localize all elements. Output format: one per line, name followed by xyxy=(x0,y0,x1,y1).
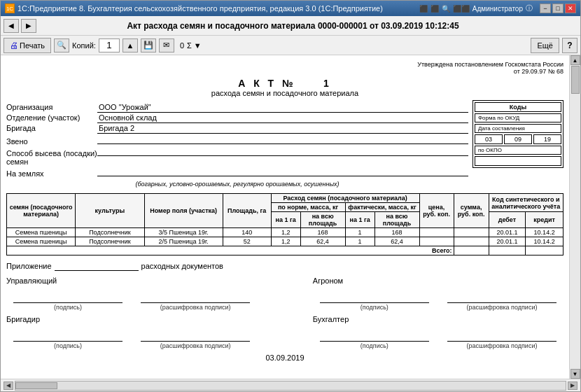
main-table: семян (посадочного материала) культуры Н… xyxy=(6,193,564,255)
agronomist-rasshifrovka-line xyxy=(447,293,556,303)
help-button[interactable]: ? xyxy=(562,38,578,53)
sig-agronomist: Агроном (подпись) (расшифровка подписи) xyxy=(313,276,564,311)
cell-ploshad-0: 140 xyxy=(223,228,271,237)
forward-button[interactable]: ▶ xyxy=(21,19,36,33)
act-title-main: А К Т № 1 xyxy=(6,78,564,89)
cell-debet-1: 20.01.1 xyxy=(489,237,526,246)
col-name2-header: культуры xyxy=(76,194,144,228)
norm-na1ga-header: на 1 га xyxy=(271,212,300,228)
cell-fakt1ga-0: 1 xyxy=(345,228,374,237)
app-icon: 1С xyxy=(5,4,15,13)
cell-name1-1: Семена пшеницы xyxy=(7,237,76,246)
rashod-header: Расход семян (посадочного материала) xyxy=(271,194,419,203)
scroll-track xyxy=(570,65,580,369)
scroll-up-button[interactable]: ▲ xyxy=(570,55,580,65)
sigma-label: Σ ▼ xyxy=(187,41,202,50)
back-button[interactable]: ◀ xyxy=(4,19,19,33)
cell-name2-0: Подсолнечник xyxy=(76,228,144,237)
doc-toolbar: ◀ ▶ Акт расхода семян и посадочного мате… xyxy=(1,16,580,36)
total-summa xyxy=(454,246,489,255)
buxgalter-podpis-line xyxy=(320,332,429,342)
scroll-left-button[interactable]: ◀ xyxy=(4,382,13,390)
horizontal-scroll-thumb[interactable] xyxy=(15,382,57,389)
agronomist-podpis-line xyxy=(320,293,429,303)
org-section: Организация ООО "Урожай" Отделение (учас… xyxy=(6,100,468,189)
faktich-header: фактически, масса, кг xyxy=(345,203,419,212)
col-ploshad-header: Площадь, га xyxy=(223,194,271,228)
nav-icon2: ⬛ xyxy=(430,5,439,13)
date-label: Дата составления xyxy=(475,124,561,133)
cell-name2-1: Подсолнечник xyxy=(76,237,144,246)
print-button[interactable]: 🖨 Печать xyxy=(4,38,51,53)
copies-up[interactable]: ▲ xyxy=(122,38,138,52)
prilozhenie-row: Приложение расходных документов xyxy=(6,261,564,271)
prilozhenie-line xyxy=(55,261,139,271)
vertical-scrollbar[interactable]: ▲ ▼ xyxy=(569,55,580,379)
nav-icon1: ⬛ xyxy=(419,5,428,13)
po-norme-header: по норме, масса, кг xyxy=(271,203,345,212)
scroll-down-button[interactable]: ▼ xyxy=(570,369,580,379)
okpo-row: по ОКПО xyxy=(475,146,561,155)
action-bar: 🖨 Печать 🔍 Копий: ▲ 💾 ✉ 0 Σ ▼ Ещё ? xyxy=(1,36,580,55)
upravlyayushiy-rasshifrovka-line xyxy=(141,293,250,303)
norm-navsu-header: на всю площадь xyxy=(300,212,345,228)
preview-button[interactable]: 🔍 xyxy=(54,38,69,52)
printer-icon: 🖨 xyxy=(10,41,18,50)
sig-row-2: Бригадир (подпись) (расшифровка подписи) xyxy=(6,315,564,349)
minimize-button[interactable]: − xyxy=(540,4,551,13)
cell-norm1ga-0: 1,2 xyxy=(271,228,300,237)
copies-input[interactable] xyxy=(99,38,120,52)
save-button[interactable]: 💾 xyxy=(141,38,156,52)
eshche-button[interactable]: Ещё xyxy=(531,38,559,53)
close-button[interactable]: ✕ xyxy=(565,4,576,13)
cell-name1-0: Семена пшеницы xyxy=(7,228,76,237)
fakt-navsu-header: на всю площадь xyxy=(374,212,419,228)
search-icon: 🔍 xyxy=(442,5,450,13)
sig-brigadir: Бригадир (подпись) (расшифровка подписи) xyxy=(6,315,257,349)
cell-tsena-0 xyxy=(419,228,454,237)
col-summa-header: сумма, руб. коп. xyxy=(454,194,489,228)
debet-header: дебет xyxy=(489,212,526,228)
top-section: Организация ООО "Урожай" Отделение (учас… xyxy=(6,100,564,189)
codes-section: Коды Форма по ОКУД Дата составления 03 xyxy=(472,100,564,189)
scroll-thumb[interactable] xyxy=(571,66,580,94)
act-title: А К Т № 1 расхода семян и посадочного ма… xyxy=(6,78,564,97)
date-footer: 03.09.2019 xyxy=(6,354,564,362)
cell-norm1ga-1: 1,2 xyxy=(271,237,300,246)
col-pole-header: Номер поля (участка) xyxy=(144,194,223,228)
org-row-zveno: Звено xyxy=(6,134,468,146)
kredit-header: кредит xyxy=(526,212,564,228)
cell-debet-0: 20.01.1 xyxy=(489,228,526,237)
nav-icon3: ⬛⬛ xyxy=(453,5,470,13)
cell-kredit-1: 10.14.2 xyxy=(526,237,564,246)
bottom-bar: ◀ ▶ xyxy=(1,379,580,391)
sig-row-1: Управляющий (подпись) (расшифровка подпи… xyxy=(6,276,564,311)
org-row-org: Организация ООО "Урожай" xyxy=(6,103,468,113)
title-bar-controls: ⬛ ⬛ 🔍 ⬛⬛ Администратор ⓘ − □ ✕ xyxy=(419,4,576,13)
cell-summa-0 xyxy=(454,228,489,237)
horizontal-scrollbar[interactable] xyxy=(15,381,566,391)
col-tsena-header: цена, руб. коп. xyxy=(419,194,454,228)
table-row: Семена пшеницы Подсолнечник 2/5 Пшеница … xyxy=(7,237,564,246)
maximize-button[interactable]: □ xyxy=(552,4,564,13)
kod-header: Код синтетического и аналитического учёт… xyxy=(489,194,563,212)
col-name1-header: семян (посадочного материала) xyxy=(7,194,76,228)
approved-text: Утверждена постановлением Госкомстата Ро… xyxy=(6,61,564,75)
email-button[interactable]: ✉ xyxy=(159,38,174,52)
cell-normvs-1: 62,4 xyxy=(300,237,345,246)
total-row: Всего: xyxy=(7,246,564,255)
act-subtitle: расхода семян и посадочного материала xyxy=(6,89,564,97)
scroll-right-button[interactable]: ▶ xyxy=(568,382,578,390)
total-debet xyxy=(489,246,526,255)
total-kredit xyxy=(526,246,564,255)
document-title: Акт расхода семян и посадочного материал… xyxy=(36,21,550,31)
toolbar-right: Ещё ? xyxy=(531,38,578,53)
total-label: Всего: xyxy=(7,246,454,255)
cell-faktvs-1: 62,4 xyxy=(374,237,419,246)
cell-fakt1ga-1: 1 xyxy=(345,237,374,246)
user-label: Администратор xyxy=(472,5,523,13)
title-bar: 1С 1С:Предприятие 8. Бухгалтерия сельско… xyxy=(1,1,580,16)
brigadir-podpis-line xyxy=(13,332,122,342)
org-fields: Организация ООО "Урожай" Отделение (учас… xyxy=(6,103,468,178)
org-row-dept: Отделение (участок) Основной склад xyxy=(6,113,468,123)
